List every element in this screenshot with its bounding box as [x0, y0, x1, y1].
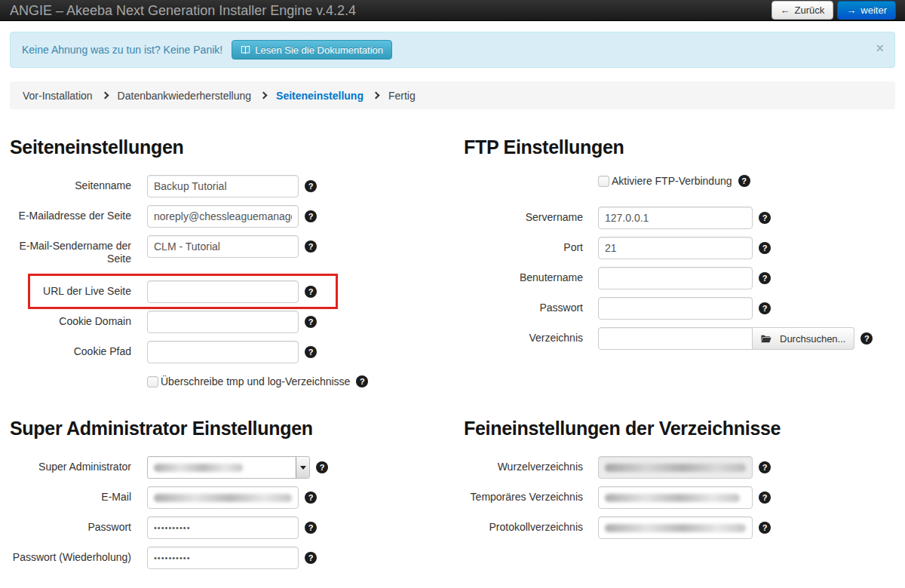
- admin-email-input[interactable]: [147, 486, 299, 509]
- tmp-dir-label: Temporäres Verzeichnis: [464, 486, 583, 504]
- help-icon[interactable]: ?: [305, 210, 317, 222]
- form-row-super-admin: Super Administrator ?: [10, 456, 452, 479]
- next-button-label: weiter: [861, 5, 887, 16]
- section-title-admin-settings: Super Administrator Einstellungen: [10, 418, 452, 439]
- help-icon[interactable]: ?: [759, 302, 771, 314]
- section-title-dir-settings: Feineinstellungen der Verzeichnisse: [464, 418, 895, 439]
- tmp-dir-input[interactable]: [598, 486, 753, 509]
- help-icon[interactable]: ?: [759, 492, 771, 504]
- form-row-email-sender: E-Mail-Sendername der Seite ?: [10, 235, 452, 265]
- form-row-cookie-path: Cookie Pfad ?: [10, 341, 452, 363]
- ftp-directory-input[interactable]: [598, 327, 753, 350]
- close-icon[interactable]: ×: [876, 41, 884, 55]
- cookie-domain-input[interactable]: [147, 311, 299, 333]
- log-dir-input[interactable]: [598, 516, 753, 539]
- ftp-enable-row: Aktiviere FTP-Verbindung ?: [598, 175, 895, 187]
- form-row-root-dir: Wurzelverzeichnis ?: [464, 456, 895, 479]
- book-icon: [241, 45, 250, 55]
- override-dirs-checkbox[interactable]: [147, 376, 158, 387]
- cookie-path-label: Cookie Pfad: [10, 341, 131, 358]
- form-row-admin-password2: Passwort (Wiederholung) ?: [10, 547, 452, 569]
- sitename-input[interactable]: [147, 175, 299, 198]
- ftp-username-input[interactable]: [598, 267, 753, 289]
- ftp-host-input[interactable]: [598, 207, 753, 229]
- help-icon[interactable]: ?: [305, 316, 317, 328]
- root-dir-input: [598, 456, 753, 479]
- breadcrumb-item-seiteneinstellung: Seiteneinstellung: [276, 90, 364, 102]
- ftp-username-label: Benutername: [464, 267, 583, 284]
- section-admin-settings: Super Administrator Einstellungen Super …: [10, 418, 452, 577]
- help-icon[interactable]: ?: [316, 461, 328, 473]
- help-icon[interactable]: ?: [759, 212, 771, 224]
- section-title-ftp-settings: FTP Einstellungen: [464, 136, 895, 158]
- arrow-right-icon: →: [846, 5, 856, 16]
- browse-button[interactable]: Durchsuchen...: [753, 327, 854, 350]
- redacted-value: [154, 494, 292, 502]
- help-icon[interactable]: ?: [759, 242, 771, 254]
- form-row-cookie-domain: Cookie Domain ?: [10, 311, 452, 333]
- live-site-url-label: URL der Live Seite: [10, 280, 131, 298]
- help-icon[interactable]: ?: [305, 552, 317, 564]
- next-button[interactable]: → weiter: [837, 1, 896, 20]
- cookie-domain-label: Cookie Domain: [10, 311, 131, 328]
- breadcrumb-item-fertig: Fertig: [388, 90, 416, 102]
- alert-message: Keine Ahnung was zu tun ist? Keine Panik…: [22, 44, 222, 56]
- help-icon[interactable]: ?: [305, 346, 317, 358]
- help-icon[interactable]: ?: [759, 461, 771, 473]
- site-email-input[interactable]: [147, 205, 299, 228]
- ftp-enable-checkbox[interactable]: [598, 176, 609, 187]
- help-icon[interactable]: ?: [356, 375, 368, 387]
- ftp-port-input[interactable]: [598, 237, 753, 259]
- super-admin-label: Super Administrator: [10, 456, 131, 473]
- ftp-password-input[interactable]: [598, 297, 753, 320]
- override-dirs-row: Überschreibe tmp und log-Verzeichnisse ?: [147, 375, 452, 387]
- admin-password-label: Passwort: [10, 516, 131, 534]
- help-icon[interactable]: ?: [305, 286, 317, 298]
- help-icon[interactable]: ?: [738, 175, 750, 187]
- back-button-label: Zurück: [795, 5, 825, 16]
- form-row-ftp-port: Port ?: [464, 237, 895, 259]
- read-documentation-button[interactable]: Lesen Sie die Dokumentation: [232, 40, 392, 60]
- read-documentation-label: Lesen Sie die Dokumentation: [255, 44, 383, 56]
- form-row-ftp-password: Passwort ?: [464, 297, 895, 320]
- form-row-site-email: E-Mailadresse der Seite ?: [10, 205, 452, 228]
- form-row-tmp-dir: Temporäres Verzeichnis ?: [464, 486, 895, 509]
- help-icon[interactable]: ?: [759, 272, 771, 284]
- help-icon[interactable]: ?: [305, 492, 317, 504]
- form-row-admin-password: Passwort ?: [10, 516, 452, 539]
- sitename-label: Seitenname: [10, 175, 131, 192]
- breadcrumb-item-vor-installation[interactable]: Vor-Installation: [23, 90, 93, 102]
- help-icon[interactable]: ?: [305, 522, 317, 534]
- help-icon[interactable]: ?: [759, 522, 771, 534]
- admin-email-label: E-Mail: [10, 486, 131, 504]
- live-site-url-input[interactable]: [147, 280, 299, 303]
- help-icon[interactable]: ?: [305, 240, 317, 253]
- breadcrumb: Vor-Installation Datenbankwiederherstell…: [10, 81, 895, 109]
- ftp-enable-label: Aktiviere FTP-Verbindung: [612, 175, 732, 187]
- folder-open-icon: [761, 334, 772, 344]
- redacted-value: [605, 494, 740, 502]
- site-email-label: E-Mailadresse der Seite: [10, 205, 131, 222]
- help-icon[interactable]: ?: [305, 180, 317, 192]
- breadcrumb-item-datenbankwiederherstellung[interactable]: Datenbankwiederherstellung: [118, 90, 251, 102]
- email-sender-input[interactable]: [147, 235, 299, 258]
- admin-password2-input[interactable]: [147, 547, 299, 569]
- admin-password-input[interactable]: [147, 516, 299, 539]
- redacted-value: [605, 524, 746, 532]
- info-alert: Keine Ahnung was zu tun ist? Keine Panik…: [10, 32, 895, 68]
- override-dirs-label: Überschreibe tmp und log-Verzeichnisse: [161, 375, 350, 387]
- ftp-directory-label: Verzeichnis: [464, 327, 583, 345]
- redacted-value: [154, 464, 243, 472]
- chevron-down-icon: [296, 457, 309, 478]
- form-row-admin-email: E-Mail ?: [10, 486, 452, 509]
- section-site-settings: Seiteneinstellungen Seitenname ? E-Maila…: [10, 136, 452, 387]
- chevron-right-icon: [101, 92, 109, 100]
- help-icon[interactable]: ?: [861, 332, 873, 345]
- cookie-path-input[interactable]: [147, 341, 299, 363]
- back-button[interactable]: ← Zurück: [772, 1, 834, 20]
- log-dir-label: Protokollverzeichnis: [464, 516, 583, 534]
- ftp-host-label: Servername: [464, 207, 583, 224]
- super-admin-select[interactable]: [147, 456, 310, 479]
- section-ftp-settings: FTP Einstellungen Aktiviere FTP-Verbindu…: [452, 136, 895, 387]
- form-row-ftp-directory: Verzeichnis Durchsuchen... ?: [464, 327, 895, 350]
